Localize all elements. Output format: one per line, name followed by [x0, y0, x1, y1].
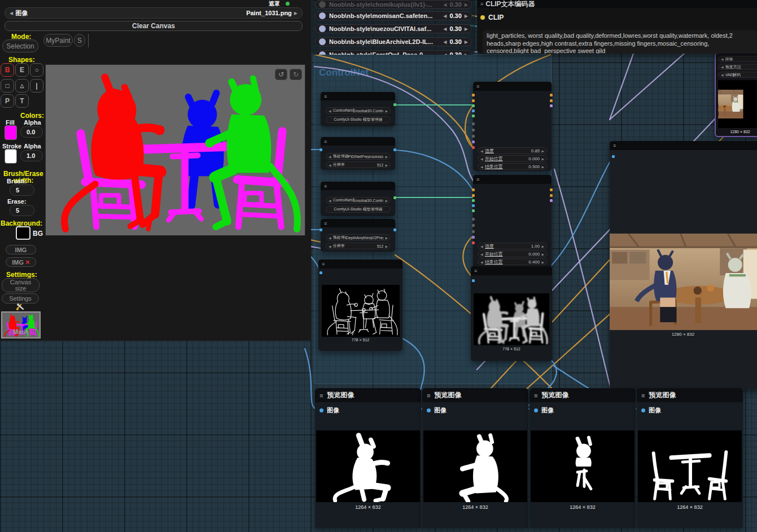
controlnet-loader-node-2[interactable]: ≡ ◀ ControlNet名称 noobai30.Control... ▶ C…: [321, 182, 395, 216]
depth-preview-image[interactable]: [474, 293, 549, 345]
s-mode-button[interactable]: S: [74, 34, 85, 47]
next-image-arrow-icon[interactable]: ▶: [294, 11, 297, 16]
image-input-port[interactable]: [427, 408, 431, 412]
decrement-arrow-icon[interactable]: ◀: [443, 2, 447, 7]
image-input-port[interactable]: [320, 148, 322, 151]
brush-width-input[interactable]: 5: [10, 184, 34, 196]
stroke-alpha-input[interactable]: 1.0: [20, 150, 43, 161]
apply-controlnet-node-1[interactable]: ≡ ◀ 强度 0.85 ▶ ◀ 开始位置 0.000 ▶ ◀ 结束位置 0.50…: [473, 82, 552, 171]
image-input-port[interactable]: [641, 408, 645, 412]
model-manager-button[interactable]: ComfyUI-Studio 模型管理器: [326, 116, 391, 123]
image-selector-widget[interactable]: ◀ 图像 Paint_1031.png ▶: [5, 7, 303, 19]
model-manager-button[interactable]: ComfyUI-Studio 模型管理器: [326, 206, 391, 213]
input-port[interactable]: [472, 204, 475, 207]
input-port[interactable]: [472, 188, 475, 191]
paint-canvas[interactable]: ↺ ↻: [45, 64, 305, 236]
input-port[interactable]: [472, 218, 475, 221]
input-port[interactable]: [472, 99, 475, 102]
bg-color-swatch[interactable]: [16, 226, 30, 240]
lora-row[interactable]: Noob\nb-style\momisanC.safeten... ◀ 0.30…: [315, 11, 472, 20]
shape-rect-button[interactable]: □: [1, 79, 14, 93]
controlnet-output-port[interactable]: [393, 196, 396, 199]
controlnet-name-widget[interactable]: ◀ ControlNet名称 noobai30.Control... ▶: [326, 197, 391, 204]
input-port[interactable]: [472, 104, 475, 107]
output-port[interactable]: [550, 94, 553, 96]
depth-preview-node[interactable]: ≡: [471, 266, 552, 361]
preview-image-node[interactable]: ≡ 预览图像 图像 1264 × 832: [422, 388, 528, 528]
mask-preview-image[interactable]: [423, 430, 527, 502]
mypaint-mode-button[interactable]: MyPaint: [43, 34, 73, 47]
image-output-port[interactable]: [393, 148, 396, 151]
decrement-arrow-icon[interactable]: ◀: [443, 52, 447, 55]
input-port[interactable]: [472, 241, 475, 244]
menu-icon[interactable]: ≡: [322, 261, 325, 267]
menu-icon[interactable]: ≡: [480, 1, 483, 7]
clip-input-port[interactable]: [480, 15, 485, 20]
shape-polygon-button[interactable]: P: [1, 94, 14, 108]
input-port[interactable]: [472, 230, 475, 233]
input-port[interactable]: [472, 209, 475, 212]
controlnet-loader-node-1[interactable]: ≡ ◀ ControlNet名称 noobai30.Control... ▶ C…: [321, 92, 395, 126]
input-port[interactable]: [472, 194, 475, 197]
lineart-preview-node[interactable]: ≡: [318, 260, 402, 351]
redo-button[interactable]: ↻: [290, 69, 302, 80]
lora-row[interactable]: Noob\nb-style\nuezouCIVITAI.saf... ◀ 0.3…: [315, 24, 472, 33]
menu-icon[interactable]: ≡: [324, 94, 327, 99]
input-port[interactable]: [472, 199, 475, 202]
end-percent-widget[interactable]: ◀ 结束位置 0.400 ▶: [478, 258, 547, 265]
lora-toggle[interactable]: [319, 12, 326, 19]
strength-widget[interactable]: ◀ 强度 0.85 ▶: [478, 147, 547, 154]
menu-icon[interactable]: ≡: [534, 392, 537, 399]
shape-brush-button[interactable]: B: [1, 63, 14, 77]
input-port[interactable]: [472, 146, 475, 149]
menu-icon[interactable]: ≡: [324, 221, 327, 226]
erase-width-input[interactable]: 5: [10, 205, 34, 216]
output-port[interactable]: [550, 99, 553, 102]
tools-icon[interactable]: [16, 303, 25, 310]
selection-mode-button[interactable]: Selection: [2, 39, 38, 52]
lora-row[interactable]: Noob\nb-style\ForstOwl..Pose-0... ◀ 0.30…: [315, 50, 472, 55]
input-port[interactable]: [472, 129, 475, 131]
sampler-preview-image[interactable]: [718, 80, 757, 128]
image-input-port[interactable]: [534, 408, 538, 412]
menu-icon[interactable]: ≡: [427, 392, 430, 399]
clip-text-encoder-node[interactable]: ≡ CLIP文本编码器 CLIP light_particles, worst …: [477, 0, 757, 54]
mask-output-port[interactable]: [286, 2, 290, 6]
start-percent-widget[interactable]: ◀ 开始位置 0.000 ▶: [478, 155, 547, 162]
preview-image-node[interactable]: ≡ 预览图像 图像 1264 × 832: [315, 388, 421, 528]
input-port[interactable]: [472, 135, 475, 138]
input-port[interactable]: [472, 122, 475, 125]
mask-preview-image[interactable]: [638, 430, 742, 502]
image-input-port[interactable]: [320, 408, 323, 412]
input-port[interactable]: [472, 94, 475, 96]
menu-icon[interactable]: ≡: [324, 139, 327, 144]
lora-row[interactable]: Noob\nb-style\chomikuplus(ilv1)-... ◀ 0.…: [315, 0, 472, 9]
shape-erase-button[interactable]: E: [15, 63, 29, 77]
image-input-port[interactable]: [320, 228, 322, 231]
sampler-node[interactable]: ◀ 降噪 ◀ 预览方法 ◀ VAE解码 1280 × 832: [715, 52, 757, 137]
image-output-port[interactable]: [393, 228, 396, 231]
fill-color-swatch[interactable]: [5, 125, 17, 140]
preprocessor-node-1[interactable]: ≡ ◀ 预处理器 PiDiNetPreprocessor ▶ ◀ 分辨率 512…: [321, 137, 395, 170]
output-port[interactable]: [550, 188, 553, 191]
input-port[interactable]: [472, 109, 475, 112]
image-input-port[interactable]: [320, 271, 322, 274]
shape-circle-button[interactable]: ○: [30, 63, 43, 77]
strength-widget[interactable]: ◀ 强度 1.00 ▶: [478, 243, 547, 249]
menu-icon[interactable]: ≡: [476, 177, 479, 182]
undo-button[interactable]: ↺: [275, 69, 287, 80]
lora-toggle[interactable]: [319, 1, 326, 8]
resolution-widget[interactable]: ◀ 分辨率 512 ▶: [326, 161, 391, 168]
output-port[interactable]: [550, 104, 553, 107]
lora-row[interactable]: Noob\nb-style\BlueArchiveL2D-IL... ◀ 0.3…: [315, 37, 472, 46]
increment-arrow-icon[interactable]: ▶: [465, 2, 468, 7]
menu-icon[interactable]: ≡: [324, 183, 327, 189]
input-port[interactable]: [472, 140, 475, 143]
clear-canvas-button[interactable]: Clear Canvas: [5, 21, 303, 31]
mask-preview-image[interactable]: [531, 430, 635, 502]
preview-image-node[interactable]: ≡ 预览图像 图像 1264 × 832: [530, 388, 636, 528]
controlnet-name-widget[interactable]: ◀ ControlNet名称 noobai30.Control... ▶: [326, 107, 391, 114]
image-input-port[interactable]: [612, 155, 615, 158]
preprocessor-node-2[interactable]: ≡ ◀ 预处理器 DepthAnythingV2Prepro... ▶ ◀ 分辨…: [321, 219, 395, 252]
img-button[interactable]: IMG: [6, 245, 36, 254]
